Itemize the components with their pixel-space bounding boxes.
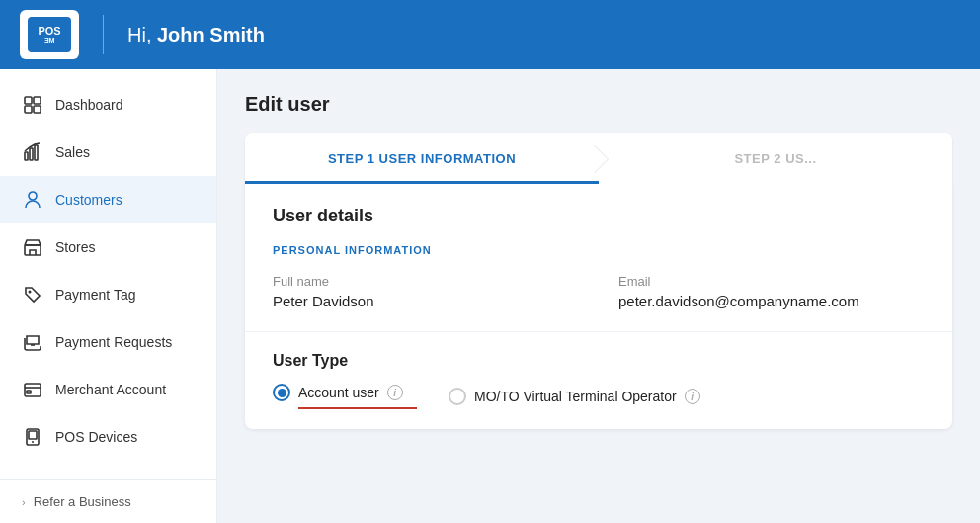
svg-point-7 bbox=[29, 192, 37, 200]
step1-label: STEP 1 USER INFORMATION bbox=[328, 151, 516, 166]
sidebar-item-customers[interactable]: Customers bbox=[0, 176, 216, 223]
logo: POS ME bbox=[20, 10, 79, 59]
main-inner: Edit user STEP 1 USER INFORMATION bbox=[217, 69, 980, 453]
payment-requests-icon bbox=[22, 331, 43, 353]
main-layout: Dashboard Sales bbox=[0, 69, 980, 523]
sidebar-item-customers-label: Customers bbox=[55, 192, 122, 208]
user-details-section: User details PERSONAL INFORMATION Full n… bbox=[245, 184, 952, 332]
full-name-label: Full name bbox=[273, 274, 579, 289]
user-type-section: User Type Account user i bbox=[245, 332, 952, 429]
email-value: peter.davidson@companyname.com bbox=[618, 293, 925, 309]
radio-moto-operator-label: MO/TO Virtual Terminal Operator bbox=[474, 389, 677, 404]
chevron-right-icon: › bbox=[22, 496, 26, 508]
sidebar-item-merchant-account-label: Merchant Account bbox=[55, 382, 166, 397]
page-title: Edit user bbox=[245, 93, 952, 116]
svg-rect-3 bbox=[34, 106, 41, 113]
radio-account-user-circle[interactable] bbox=[273, 384, 290, 401]
radio-group: Account user i MO/TO Virtual Terminal Op… bbox=[273, 384, 925, 409]
svg-rect-0 bbox=[25, 97, 32, 104]
header-divider bbox=[103, 15, 104, 54]
radio-moto-operator[interactable]: MO/TO Virtual Terminal Operator i bbox=[449, 388, 700, 405]
sidebar: Dashboard Sales bbox=[0, 69, 217, 523]
app-header: POS ME Hi, John Smith bbox=[0, 0, 980, 69]
payment-tag-icon bbox=[22, 284, 43, 305]
svg-point-9 bbox=[29, 291, 32, 294]
header-greeting: Hi, John Smith bbox=[127, 24, 265, 46]
customers-icon bbox=[22, 189, 43, 211]
sales-icon bbox=[22, 141, 43, 163]
logo-text: POS ME bbox=[28, 17, 71, 52]
stores-icon bbox=[22, 236, 43, 258]
svg-rect-6 bbox=[35, 145, 38, 160]
steps-bar: STEP 1 USER INFORMATION STEP 2 bbox=[245, 133, 952, 184]
radio-moto-operator-circle[interactable] bbox=[449, 388, 466, 405]
svg-rect-13 bbox=[29, 431, 37, 439]
section-title: User details bbox=[273, 206, 925, 226]
full-name-field: Full name Peter Davidson bbox=[273, 274, 579, 309]
sidebar-item-stores[interactable]: Stores bbox=[0, 223, 216, 271]
radio-option-account-user: Account user i bbox=[273, 384, 417, 409]
radio-account-user[interactable]: Account user i bbox=[273, 384, 417, 401]
dashboard-icon bbox=[22, 94, 43, 116]
svg-rect-5 bbox=[30, 148, 33, 160]
sidebar-item-dashboard[interactable]: Dashboard bbox=[0, 81, 216, 129]
svg-rect-11 bbox=[27, 391, 31, 393]
refer-business-link[interactable]: › Refer a Business bbox=[22, 494, 195, 509]
step-tab-1[interactable]: STEP 1 USER INFORMATION bbox=[245, 133, 599, 184]
sidebar-item-stores-label: Stores bbox=[55, 239, 95, 255]
personal-info-label: PERSONAL INFORMATION bbox=[273, 244, 925, 256]
sidebar-item-pos-devices-label: POS Devices bbox=[55, 429, 137, 445]
edit-user-card: User details PERSONAL INFORMATION Full n… bbox=[245, 184, 952, 429]
sidebar-item-payment-tag[interactable]: Payment Tag bbox=[0, 271, 216, 318]
radio-account-user-label: Account user bbox=[298, 385, 379, 400]
personal-info-grid: Full name Peter Davidson Email peter.dav… bbox=[273, 274, 925, 309]
step2-label: STEP 2 US... bbox=[734, 151, 816, 166]
refer-business-label: Refer a Business bbox=[34, 494, 131, 509]
pos-devices-icon bbox=[22, 426, 43, 448]
svg-rect-4 bbox=[25, 152, 28, 160]
main-content: Edit user STEP 1 USER INFORMATION bbox=[217, 69, 980, 523]
sidebar-item-sales[interactable]: Sales bbox=[0, 129, 216, 176]
radio-account-user-underline bbox=[298, 407, 417, 409]
svg-point-14 bbox=[32, 441, 34, 443]
svg-rect-2 bbox=[25, 106, 32, 113]
step-tab-2[interactable]: STEP 2 US... bbox=[599, 133, 952, 184]
sidebar-item-payment-tag-label: Payment Tag bbox=[55, 287, 135, 303]
sidebar-footer: › Refer a Business bbox=[0, 479, 216, 523]
email-field: Email peter.davidson@companyname.com bbox=[618, 274, 925, 309]
merchant-account-icon bbox=[22, 379, 43, 400]
user-type-title: User Type bbox=[273, 352, 925, 370]
sidebar-item-payment-requests[interactable]: Payment Requests bbox=[0, 318, 216, 366]
sidebar-item-sales-label: Sales bbox=[55, 144, 90, 160]
sidebar-item-dashboard-label: Dashboard bbox=[55, 97, 123, 113]
email-label: Email bbox=[618, 274, 925, 289]
sidebar-item-pos-devices[interactable]: POS Devices bbox=[0, 413, 216, 461]
sidebar-item-payment-requests-label: Payment Requests bbox=[55, 334, 172, 350]
moto-operator-info-icon[interactable]: i bbox=[685, 389, 700, 404]
svg-rect-1 bbox=[34, 97, 41, 104]
sidebar-nav: Dashboard Sales bbox=[0, 69, 216, 479]
tab-arrow bbox=[585, 133, 612, 184]
sidebar-item-merchant-account[interactable]: Merchant Account bbox=[0, 366, 216, 413]
full-name-value: Peter Davidson bbox=[273, 293, 579, 309]
account-user-info-icon[interactable]: i bbox=[387, 385, 403, 400]
